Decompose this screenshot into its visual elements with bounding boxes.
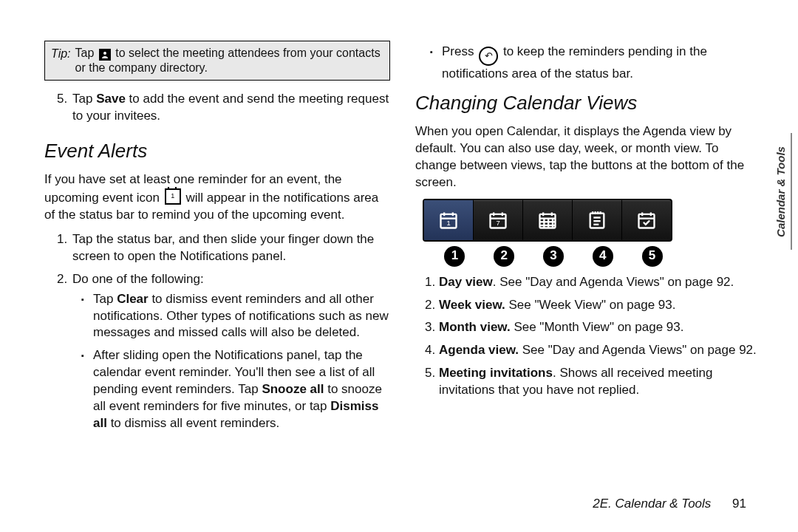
tip-label: Tip: bbox=[51, 46, 71, 62]
t: See "Month View" on page 93. bbox=[511, 320, 684, 334]
step-list-continued: Tap Save to add the event and send the m… bbox=[55, 91, 390, 125]
n: 2 bbox=[494, 246, 514, 267]
callout-3: 3 bbox=[529, 246, 579, 267]
press-back-item: Press ↶ to keep the reminders pending in… bbox=[436, 44, 761, 83]
t: Do one of the following: bbox=[72, 272, 204, 286]
view-item-week: Week view. See "Week View" on page 93. bbox=[439, 297, 761, 314]
press-bullet: Press ↶ to keep the reminders pending in… bbox=[415, 44, 761, 83]
t: Tap bbox=[93, 292, 117, 306]
toolbar-callouts: 1 2 3 4 5 bbox=[430, 246, 677, 267]
calendar-view-toolbar: 1 7 bbox=[423, 199, 672, 242]
l: Month view. bbox=[439, 320, 511, 334]
t: Press bbox=[442, 44, 477, 58]
alerts-options: Tap Clear to dismiss event reminders and… bbox=[72, 291, 390, 433]
alerts-intro: If you have set at least one reminder fo… bbox=[44, 171, 390, 224]
view-item-day: Day view. See "Day and Agenda Views" on … bbox=[439, 274, 761, 291]
contact-icon bbox=[99, 49, 111, 61]
invitations-view-button[interactable] bbox=[622, 200, 671, 240]
page-footer: 2E. Calendar & Tools 91 bbox=[593, 497, 746, 511]
t: to dismiss all event reminders. bbox=[107, 416, 279, 430]
t: See "Day and Agenda Views" on page 92. bbox=[519, 343, 757, 357]
agenda-view-button[interactable] bbox=[573, 200, 622, 240]
callout-4: 4 bbox=[578, 246, 627, 267]
week-view-button[interactable]: 7 bbox=[474, 200, 523, 240]
alerts-step-2: Do one of the following: Tap Clear to di… bbox=[71, 271, 390, 432]
step-5: Tap Save to add the event and send the m… bbox=[71, 91, 390, 125]
alerts-option-snooze-dismiss: After sliding open the Notifications pan… bbox=[87, 347, 390, 432]
n: 1 bbox=[444, 246, 465, 267]
tip-text-after: to select the meeting attendees from you… bbox=[75, 47, 381, 74]
right-column: Press ↶ to keep the reminders pending in… bbox=[415, 41, 761, 451]
l: Meeting invitations bbox=[439, 366, 553, 380]
callout-2: 2 bbox=[480, 246, 529, 267]
callout-1: 1 bbox=[430, 246, 480, 267]
clear-label: Clear bbox=[117, 292, 149, 306]
save-label: Save bbox=[96, 92, 126, 106]
n: 4 bbox=[593, 246, 613, 267]
left-column: Tip: Tap to select the meeting attendees… bbox=[44, 41, 390, 451]
l: Week view. bbox=[439, 298, 505, 312]
thumb-tab: Calendar & Tools bbox=[770, 133, 792, 250]
manual-page: Tip: Tap to select the meeting attendees… bbox=[0, 0, 798, 473]
n: 3 bbox=[543, 246, 564, 267]
svg-text:7: 7 bbox=[496, 219, 499, 227]
view-item-invitations: Meeting invitations. Shows all received … bbox=[439, 365, 761, 399]
alerts-step-1: Tap the status bar, and then slide your … bbox=[71, 231, 390, 265]
thumb-tab-label: Calendar & Tools bbox=[774, 146, 787, 237]
n: 5 bbox=[642, 246, 663, 267]
month-view-button[interactable] bbox=[523, 200, 573, 240]
l: Day view bbox=[439, 275, 493, 289]
heading-changing-views: Changing Calendar Views bbox=[415, 90, 761, 116]
tip-text-before: Tap bbox=[75, 47, 98, 59]
t: See "Week View" on page 93. bbox=[505, 298, 676, 312]
view-item-agenda: Agenda view. See "Day and Agenda Views" … bbox=[439, 342, 761, 359]
chapter-label: 2E. Calendar & Tools bbox=[593, 497, 711, 511]
alerts-steps: Tap the status bar, and then slide your … bbox=[55, 231, 390, 432]
upcoming-event-icon bbox=[165, 188, 181, 205]
svg-point-0 bbox=[103, 52, 106, 55]
svg-rect-24 bbox=[639, 214, 655, 228]
tip-text: Tap to select the meeting attendees from… bbox=[75, 46, 383, 75]
l: Agenda view. bbox=[439, 343, 519, 357]
calendar-toolbar-screenshot: 1 7 1 2 3 4 5 bbox=[423, 199, 761, 267]
tip-box: Tip: Tap to select the meeting attendees… bbox=[44, 41, 390, 81]
page-number: 91 bbox=[732, 497, 746, 511]
snooze-all-label: Snooze all bbox=[262, 382, 324, 396]
view-item-month: Month view. See "Month View" on page 93. bbox=[439, 319, 761, 336]
back-icon: ↶ bbox=[479, 47, 498, 66]
day-view-button[interactable]: 1 bbox=[424, 200, 474, 240]
views-legend: Day view. See "Day and Agenda Views" on … bbox=[423, 274, 761, 400]
heading-event-alerts: Event Alerts bbox=[44, 138, 390, 164]
alerts-option-clear: Tap Clear to dismiss event reminders and… bbox=[87, 291, 390, 342]
t: . See "Day and Agenda Views" on page 92. bbox=[493, 275, 734, 289]
callout-5: 5 bbox=[627, 246, 677, 267]
t: Tap bbox=[72, 92, 96, 106]
views-intro: When you open Calendar, it displays the … bbox=[415, 123, 761, 191]
svg-text:1: 1 bbox=[446, 219, 450, 227]
